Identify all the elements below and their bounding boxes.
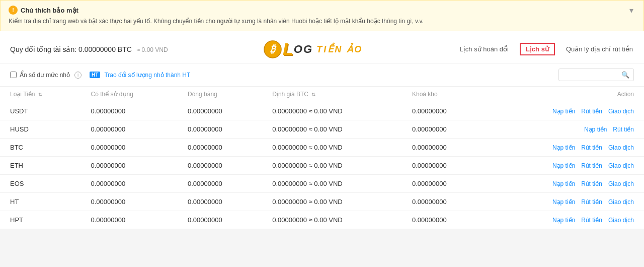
search-icon: 🔍 (621, 71, 629, 79)
cell-frozen-usdt: 0.00000000 (178, 102, 262, 120)
table-row: ETH0.000000000.000000000.00000000 ≈ 0.00… (0, 157, 644, 175)
col-dinh-gia-btc[interactable]: Định giá BTC ⇅ (262, 87, 402, 102)
hide-small-balance-checkbox[interactable] (10, 72, 17, 78)
total-vnd-value: ≈ 0.00 VND (137, 46, 168, 53)
security-banner-content: ! Chú thích bảo mật Kiểm tra địa chỉ tra… (9, 6, 627, 26)
action-link-nạptiền-usdt[interactable]: Nạp tiền (552, 108, 575, 115)
cell-frozen-husd: 0.00000000 (178, 120, 262, 139)
cell-locked-usdt: 0.00000000 (402, 102, 487, 120)
action-link-giaodịch-eos[interactable]: Giao dịch (608, 180, 634, 187)
cell-coin-eth: ETH (0, 157, 81, 175)
action-link-nạptiền-eos[interactable]: Nạp tiền (552, 180, 575, 187)
cell-btc-usdt: 0.00000000 ≈ 0.00 VND (262, 102, 402, 120)
security-banner-close-button[interactable]: ▾ (627, 6, 635, 15)
action-link-rúttiền-usdt[interactable]: Rút tiền (581, 108, 602, 115)
action-link-rúttiền-eos[interactable]: Rút tiền (581, 180, 602, 187)
cell-actions-eth: Nạp tiềnRút tiềnGiao dịch (487, 157, 644, 175)
col-khoa-kho: Khoá kho (402, 87, 487, 102)
search-input[interactable] (563, 72, 618, 79)
security-banner: ! Chú thích bảo mật Kiểm tra địa chỉ tra… (0, 0, 644, 31)
exchange-ht-link[interactable]: HT Trao đổi số lượng nhỏ thành HT (90, 72, 190, 79)
table-row: HT0.000000000.000000000.00000000 ≈ 0.00 … (0, 193, 644, 211)
cell-btc-eos: 0.00000000 ≈ 0.00 VND (262, 175, 402, 193)
action-link-nạptiền-husd[interactable]: Nạp tiền (584, 126, 607, 133)
ht-badge: HT (90, 72, 100, 78)
action-link-rúttiền-husd[interactable]: Rút tiền (613, 126, 634, 133)
action-link-rúttiền-ht[interactable]: Rút tiền (581, 198, 602, 206)
cell-available-eth: 0.00000000 (81, 157, 178, 175)
security-banner-title: ! Chú thích bảo mật (9, 6, 627, 15)
action-link-rúttiền-btc[interactable]: Rút tiền (581, 144, 602, 151)
logo-b: L (283, 39, 294, 59)
cell-actions-hpt: Nạp tiềnRút tiềnGiao dịch (487, 211, 644, 229)
cell-coin-ht: HT (0, 193, 81, 211)
total-assets-label: Quy đổi tổng tài sản: (10, 45, 76, 53)
cell-actions-eos: Nạp tiềnRút tiềnGiao dịch (487, 175, 644, 193)
top-section: Quy đổi tổng tài sản: 0.00000000 BTC ≈ 0… (0, 31, 644, 63)
logo-area: ₿ L OG TIỀN ẢO (168, 39, 459, 59)
col-dong-bang: Đóng băng (178, 87, 262, 102)
cell-available-btc: 0.00000000 (81, 139, 178, 157)
action-link-rúttiền-eth[interactable]: Rút tiền (581, 162, 602, 169)
cell-locked-hpt: 0.00000000 (402, 211, 487, 229)
table-container: Loại Tiền ⇅ Có thể sử dụng Đóng băng Địn… (0, 87, 644, 229)
info-icon[interactable]: i (74, 72, 82, 79)
cell-available-ht: 0.00000000 (81, 193, 178, 211)
cell-available-hpt: 0.00000000 (81, 211, 178, 229)
logo: ₿ L OG TIỀN ẢO (264, 39, 363, 59)
bitcoin-logo-icon: ₿ (264, 40, 282, 58)
table-row: BTC0.000000000.000000000.00000000 ≈ 0.00… (0, 139, 644, 157)
cell-locked-ht: 0.00000000 (402, 193, 487, 211)
action-link-rúttiền-hpt[interactable]: Rút tiền (581, 217, 602, 224)
cell-locked-eos: 0.00000000 (402, 175, 487, 193)
cell-available-usdt: 0.00000000 (81, 102, 178, 120)
action-link-giaodịch-hpt[interactable]: Giao dịch (608, 217, 634, 224)
cell-locked-btc: 0.00000000 (402, 139, 487, 157)
lich-su-hoan-doi-link[interactable]: Lịch sử hoàn đổi (459, 43, 510, 55)
filter-left: Ẩn số dư mức nhỏ i HT Trao đổi số lượng … (10, 72, 190, 79)
cell-frozen-eth: 0.00000000 (178, 157, 262, 175)
exchange-ht-text: Trao đổi số lượng nhỏ thành HT (104, 72, 190, 79)
main-container: Quy đổi tổng tài sản: 0.00000000 BTC ≈ 0… (0, 31, 644, 229)
cell-actions-ht: Nạp tiềnRút tiềnGiao dịch (487, 193, 644, 211)
table-row: EOS0.000000000.000000000.00000000 ≈ 0.00… (0, 175, 644, 193)
cell-actions-usdt: Nạp tiềnRút tiềnGiao dịch (487, 102, 644, 120)
lich-su-link[interactable]: Lịch sử (520, 43, 555, 55)
logo-tien-ao: TIỀN ẢO (316, 44, 363, 55)
cell-coin-btc: BTC (0, 139, 81, 157)
action-link-giaodịch-eth[interactable]: Giao dịch (608, 162, 634, 169)
cell-available-eos: 0.00000000 (81, 175, 178, 193)
table-row: HUSD0.000000000.000000000.00000000 ≈ 0.0… (0, 120, 644, 139)
logo-text-og: OG (294, 43, 313, 56)
sort-icon-btc: ⇅ (311, 92, 315, 97)
sort-icon-loai-tien: ⇅ (38, 92, 42, 97)
action-link-giaodịch-btc[interactable]: Giao dịch (608, 144, 634, 151)
cell-coin-usdt: USDT (0, 102, 81, 120)
action-link-nạptiền-btc[interactable]: Nạp tiền (552, 144, 575, 151)
quan-ly-link[interactable]: Quản lý địa chỉ rút tiền (565, 43, 634, 55)
cell-actions-btc: Nạp tiềnRút tiềnGiao dịch (487, 139, 644, 157)
cell-coin-hpt: HPT (0, 211, 81, 229)
cell-frozen-ht: 0.00000000 (178, 193, 262, 211)
cell-btc-eth: 0.00000000 ≈ 0.00 VND (262, 157, 402, 175)
hide-small-label-text: Ẩn số dư mức nhỏ (20, 72, 70, 79)
svg-text:₿: ₿ (270, 43, 277, 54)
cell-btc-husd: 0.00000000 ≈ 0.00 VND (262, 120, 402, 139)
action-link-nạptiền-ht[interactable]: Nạp tiền (552, 198, 575, 206)
col-co-the-su-dung: Có thể sử dụng (81, 87, 178, 102)
total-assets: Quy đổi tổng tài sản: 0.00000000 BTC ≈ 0… (10, 45, 168, 53)
action-link-giaodịch-usdt[interactable]: Giao dịch (608, 108, 634, 115)
action-link-giaodịch-ht[interactable]: Giao dịch (608, 198, 634, 206)
cell-locked-eth: 0.00000000 (402, 157, 487, 175)
total-btc-value: 0.00000000 BTC (78, 45, 132, 53)
action-link-nạptiền-hpt[interactable]: Nạp tiền (552, 217, 575, 224)
cell-coin-husd: HUSD (0, 120, 81, 139)
security-banner-heading: Chú thích bảo mật (21, 7, 78, 14)
col-loai-tien[interactable]: Loại Tiền ⇅ (0, 87, 81, 102)
hide-small-balance-label[interactable]: Ẩn số dư mức nhỏ i (10, 72, 82, 79)
security-banner-text: Kiểm tra địa chỉ trang web và bật xác th… (9, 17, 627, 26)
table-row: HPT0.000000000.000000000.00000000 ≈ 0.00… (0, 211, 644, 229)
cell-btc-ht: 0.00000000 ≈ 0.00 VND (262, 193, 402, 211)
action-link-nạptiền-eth[interactable]: Nạp tiền (552, 162, 575, 169)
search-box: 🔍 (558, 69, 634, 81)
